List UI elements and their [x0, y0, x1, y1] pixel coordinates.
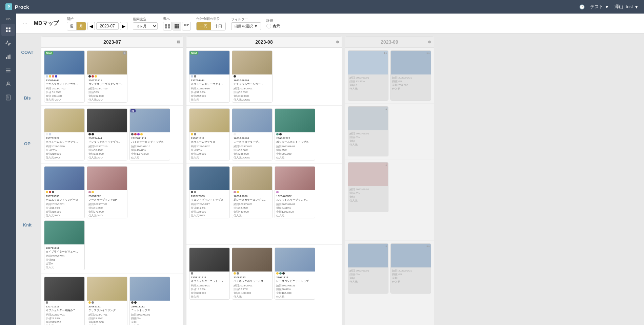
coat-placeholder-sep: 11 納回 2023/09/01 掛値 33.33% 金額 0 仕入元 [345, 48, 434, 104]
start-section: 開始 週 月 ◀ 2023-07 ▶ [67, 17, 127, 30]
product-card[interactable]: 23081111 クリスタルイヤリング 納回2023/07/01 掛値29.99… [87, 277, 127, 325]
sidebar-item-user[interactable] [1, 78, 15, 90]
view-medium-btn[interactable] [173, 22, 181, 30]
grid-scroll[interactable]: 2023-07 ⊠ New! [38, 34, 644, 325]
color-dot [49, 75, 51, 78]
product-card[interactable]: 230734444 ピンタックスモックブラ... 納回2023/07/16 掛値… [87, 108, 127, 160]
prev-month-btn[interactable]: ◀ [87, 22, 95, 30]
detail-radio[interactable] [266, 24, 271, 28]
color-dot [92, 133, 94, 135]
product-image [232, 109, 272, 132]
placeholder-container: 11 納回 2023/09/01 掛値 33.33% 金額 0 仕入元 [348, 50, 388, 101]
product-image [275, 167, 315, 190]
view-large-btn[interactable] [182, 22, 191, 30]
product-image [275, 248, 315, 272]
svg-rect-31 [188, 24, 189, 25]
product-card[interactable]: 230723333 デニムフロントワンピース 納回2023/07/01 掛値34… [44, 166, 85, 218]
svg-rect-33 [185, 25, 186, 26]
product-card[interactable]: 230S23333 フロントプリントトップス 納回2023/08/17 掛値30… [189, 166, 230, 218]
placeholder-img [348, 244, 388, 267]
product-card[interactable]: nd 2320871111 バイカラーロングトップス 納回2023/07/16 … [129, 108, 170, 160]
content-area[interactable]: COAT Bls OP Knit [16, 34, 644, 325]
product-card[interactable]: 1023A08502 スリットスリーブフレア... 納回2023/08/01 掛… [275, 166, 315, 218]
placeholder-img [391, 244, 431, 267]
product-card[interactable]: 230711111 タイプライタービリュー... 納回2023/07/01 掛値… [44, 220, 85, 270]
color-dot [46, 75, 48, 78]
sidebar-item-bar[interactable] [1, 51, 15, 63]
env-label[interactable]: テスト ▼ [590, 4, 609, 10]
period-select[interactable]: 1ヶ月 3ヶ月 6ヶ月 12ヶ月 [133, 22, 158, 30]
bls-placeholder-sep: 1 納回 2023/09/01 掛値 0% 金額 仕入元 [345, 104, 434, 159]
sidebar-item-list[interactable] [1, 64, 15, 77]
user-label[interactable]: 澤山_test ▼ [615, 4, 639, 10]
filter-select[interactable]: 項目を選択 ▼ [231, 22, 261, 30]
amount-unit-label: 合計金額の単位 [196, 17, 226, 21]
product-card[interactable]: 23081111 レースコンビニットトップ 納回2023/08/31 掛値30.… [275, 247, 315, 300]
svg-rect-16 [168, 24, 170, 26]
sidebar-item-chart[interactable] [1, 37, 15, 49]
product-card[interactable]: New! [44, 50, 85, 103]
product-card[interactable]: 230S2222 ノースリーブフレアOP 納回2023/07/01 掛値31.9… [87, 166, 127, 218]
view-small-btn[interactable] [163, 22, 172, 30]
product-card[interactable]: S 230773111 [87, 50, 127, 103]
color-dots [44, 74, 84, 78]
color-dot [95, 75, 97, 78]
svg-rect-25 [175, 27, 176, 28]
product-card[interactable]: 230732222 ボリュームスリーブフラ... 納回2023/07/20 掛値… [44, 108, 85, 160]
next-month-btn[interactable]: ▶ [120, 22, 127, 30]
detail-toggle[interactable]: 表示 [266, 24, 280, 29]
cat-label-bls: Bls [16, 91, 38, 137]
currency-ten-btn[interactable]: 十円 [211, 22, 225, 30]
product-card[interactable]: 230851111 ボリュームブラウス 納回2023/08/07 掛値33% 金… [189, 108, 230, 160]
product-card[interactable]: 230811111 ニットトップス 納回2023/07/01 掛値0% 金額 仕… [129, 277, 170, 325]
month-col-close-icon[interactable]: ⊠ [177, 40, 180, 44]
page-title: MDマップ [34, 20, 59, 27]
color-dot [131, 133, 134, 135]
month-col-close-icon[interactable]: ⊕ [336, 40, 339, 44]
product-card[interactable]: 230S32222 ボリュームポントトップス 納回2023/08/01 掛値25… [275, 108, 315, 160]
env-dropdown-icon[interactable]: ▼ [605, 4, 609, 9]
placeholder-img [348, 51, 388, 74]
currency-section: 合計金額の単位 一円 十円 [196, 17, 226, 30]
svg-rect-3 [9, 30, 11, 32]
color-dot [52, 75, 54, 78]
svg-rect-18 [168, 26, 170, 28]
week-btn[interactable]: 週 [67, 22, 77, 30]
period-label: 期間設定 [133, 17, 158, 22]
svg-rect-28 [184, 24, 185, 25]
product-image [189, 109, 229, 132]
current-date: 2023-07 [96, 22, 119, 30]
week-month-group: 週 月 [67, 22, 86, 30]
product-image [44, 277, 84, 301]
product-card[interactable]: 1023A0850 花レースカラーロングワ... 納回2023/08/01 掛値… [232, 166, 273, 218]
month-btn[interactable]: 月 [77, 22, 86, 30]
dots-menu[interactable]: ··· [22, 19, 28, 27]
new-badge: New! [45, 51, 53, 55]
month-header-2023-08: 2023-08 ⊕ [186, 37, 342, 48]
add-month-icon[interactable]: ⊕ [428, 40, 431, 44]
filter-dropdown-icon: ▼ [254, 24, 258, 28]
op-cards-july: 230723333 デニムフロントワンピース 納回2023/07/01 掛値34… [44, 166, 180, 218]
product-card[interactable]: 230B111111 オフショルダーニットトップス 納回2023/08/01 掛… [189, 247, 230, 300]
currency-yen-btn[interactable]: 一円 [197, 22, 211, 30]
user-dropdown-icon[interactable]: ▼ [634, 4, 639, 9]
product-card[interactable]: 230751111 オフショルダー細編みニ... 納回2023/07/01 掛値… [44, 277, 85, 325]
product-card[interactable]: 1023A08503 ナチュラルウールコー... 納回2023/08/01 掛値… [232, 50, 273, 103]
bls-section-aug: 230851111 ボリュームブラウス 納回2023/08/07 掛値33% 金… [186, 106, 342, 164]
op-section-aug: 230S23333 フロントプリントトップス 納回2023/08/17 掛値30… [186, 164, 342, 245]
clock-icon: 🕐 [579, 4, 585, 9]
product-card[interactable]: New! 230724444 ボリュームスリーブタイ... 納回2023/08/… [189, 50, 230, 103]
product-image [275, 109, 315, 132]
sidebar-item-grid[interactable] [1, 24, 15, 36]
product-image [87, 167, 127, 190]
product-card[interactable]: 23082222 ハイネックボリュームス... 納回2023/08/01 掛値3… [232, 247, 273, 300]
product-card[interactable]: 1023A08103 レースフロアタイプ... 納回2023/08/01 掛値3… [232, 108, 273, 160]
svg-rect-1 [9, 27, 11, 29]
svg-rect-27 [178, 27, 179, 28]
color-dots [87, 74, 127, 78]
coat-cards-july: New! [44, 50, 180, 103]
sidebar-item-doc[interactable] [1, 91, 15, 104]
product-name: ロングスリーブボタンコー... [88, 82, 126, 86]
product-image [189, 248, 229, 272]
knit-cards-aug: 230B111111 オフショルダーニットトップス 納回2023/08/01 掛… [189, 247, 339, 300]
